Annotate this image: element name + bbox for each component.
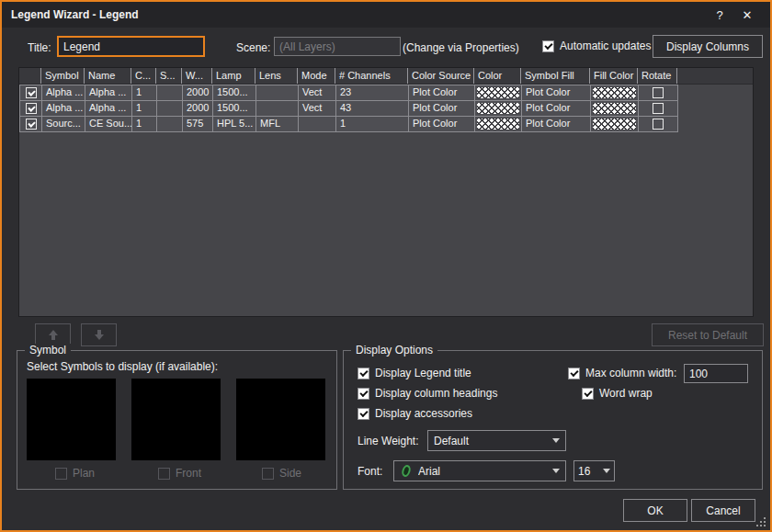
cell-symbol_fill: Plot Color [522,85,591,101]
cell-fill-color-swatch [591,85,639,101]
display-columns-button[interactable]: Display Columns [653,35,763,58]
column-header-channels[interactable]: # Channels [335,68,408,84]
column-header-rotate[interactable]: Rotate [638,68,677,84]
resize-grip[interactable] [756,517,766,527]
column-header-lamp[interactable]: Lamp [212,68,255,84]
automatic-updates-checkbox[interactable] [542,40,554,52]
row-select-checkbox[interactable] [26,87,37,98]
column-header-symbol-fill[interactable]: Symbol Fill [521,68,590,84]
max-column-width-input[interactable] [684,364,748,383]
cell-c: 1 [132,117,157,132]
table-row[interactable]: Sourc...CE Sou...1575HPL 5...MFL1Plot Co… [20,117,678,132]
column-header-color[interactable]: Color [474,68,521,84]
display-options-title: Display Options [351,344,437,357]
close-button[interactable]: ✕ [733,4,761,26]
help-button[interactable]: ? [706,4,733,26]
table-row[interactable]: Alpha ...Alpha ...120001500...Vect43Plot… [20,101,678,117]
front-label: Front [176,467,201,480]
cell-s [157,85,183,101]
cell-lamp: 1500... [213,85,256,101]
fill-color-swatch[interactable] [593,87,636,98]
column-header-lens[interactable]: Lens [255,68,298,84]
column-header-mode[interactable]: Mode [298,68,335,84]
row-select-checkbox[interactable] [26,103,37,114]
display-accessories-checkbox[interactable] [358,408,369,420]
cancel-button[interactable]: Cancel [691,499,755,522]
display-legend-title-checkbox[interactable] [358,368,369,379]
side-checkbox[interactable] [262,468,274,480]
color-swatch[interactable] [477,103,519,114]
automatic-updates-label: Automatic updates [560,40,651,52]
cell-color-swatch [475,101,522,117]
ok-button[interactable]: OK [623,499,687,522]
cell-color-swatch [475,117,522,132]
cell-channels: 43 [336,101,409,117]
cell-color-swatch [475,85,522,101]
max-column-width-checkbox[interactable] [568,368,580,379]
cell-mode [299,117,336,132]
row-select-checkbox[interactable] [26,119,37,130]
cell-c: 1 [132,85,157,101]
column-header-symbol[interactable]: Symbol [41,68,85,84]
move-down-button[interactable] [81,323,117,346]
cell-name: CE Sou... [85,117,132,132]
column-header-w[interactable]: W... [182,68,212,84]
cell-color_source: Plot Color [409,117,475,132]
side-checkbox-row: Side [262,467,301,480]
font-type-icon [400,464,413,478]
table-body: Alpha ...Alpha ...120001500...Vect23Plot… [19,85,678,132]
cell-fill-color-swatch [591,101,639,117]
legend-title-input[interactable] [57,36,205,57]
font-label: Font: [358,465,382,478]
table-header-row: SymbolNameC...S...W...LampLensMode# Chan… [19,68,753,85]
fill-color-swatch[interactable] [593,103,636,114]
display-options-group: Display Options Display Legend title Dis… [343,350,763,490]
plan-checkbox-row: Plan [55,467,95,480]
column-header-c[interactable]: C... [131,68,156,84]
chevron-down-icon [552,469,560,473]
fill-color-swatch[interactable] [593,119,636,130]
arrow-up-icon [49,330,58,340]
column-header-fill-color[interactable]: Fill Color [590,68,638,84]
reset-to-default-button[interactable]: Reset to Default [652,323,764,346]
legend-wizard-dialog: Legend Wizard - Legend ? ✕ Title: Scene:… [0,0,772,532]
color-swatch[interactable] [477,119,519,130]
cell-w: 2000 [183,85,213,101]
column-header-name[interactable]: Name [85,68,131,84]
display-legend-title-label: Display Legend title [375,367,471,379]
cell-lens [256,101,299,117]
cell-name: Alpha ... [85,101,132,117]
color-swatch[interactable] [477,87,519,98]
legend-table: SymbolNameC...S...W...LampLensMode# Chan… [18,67,754,317]
title-bar[interactable]: Legend Wizard - Legend ? ✕ [2,2,770,28]
max-column-width-row: Max column width: [568,367,676,379]
title-field-label: Title: [28,41,51,54]
scene-field-label: Scene: [236,41,270,54]
plan-checkbox[interactable] [55,468,67,480]
column-header-s[interactable]: S... [156,68,182,84]
font-size-select[interactable]: 16 [573,460,615,481]
cell-w: 2000 [183,101,213,117]
line-weight-select[interactable]: Default [427,430,566,451]
symbol-group: Symbol Select Symbols to display (if ava… [17,350,337,490]
cell-s [157,117,183,132]
rotate-checkbox[interactable] [653,87,664,98]
rotate-checkbox[interactable] [653,103,664,114]
cell-color_source: Plot Color [409,101,475,117]
word-wrap-checkbox[interactable] [582,388,594,400]
cell-lens: MFL [256,117,299,132]
column-header-color-source[interactable]: Color Source [408,68,474,84]
display-accessories-label: Display accessories [375,407,472,420]
cell-mode: Vect [299,85,336,101]
cell-channels: 1 [336,117,409,132]
display-column-headings-label: Display column headings [375,387,497,400]
table-row[interactable]: Alpha ...Alpha ...120001500...Vect23Plot… [20,85,678,101]
cell-symbol_fill: Plot Color [522,117,591,132]
font-select[interactable]: Arial [393,460,566,481]
rotate-checkbox[interactable] [653,119,664,130]
arrow-down-icon [95,330,104,340]
front-checkbox[interactable] [158,468,170,480]
display-column-headings-checkbox[interactable] [358,388,369,400]
symbol-instruction: Select Symbols to display (if available)… [27,360,218,373]
column-header-select[interactable] [19,68,41,84]
